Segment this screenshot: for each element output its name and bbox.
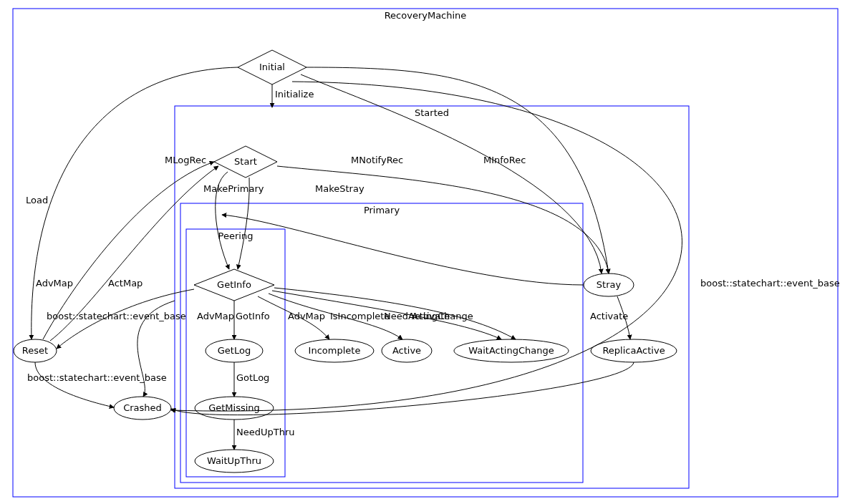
node-Active: Active bbox=[382, 339, 432, 362]
edge-label-MLogRec: MLogRec bbox=[165, 155, 206, 165]
node-label-Stray: Stray bbox=[597, 279, 622, 290]
cluster-recovery: RecoveryMachine bbox=[13, 9, 838, 497]
edges-group bbox=[32, 67, 682, 450]
node-ReplicaActive: ReplicaActive bbox=[591, 339, 677, 362]
edge-label-AdvMap2: AdvMap bbox=[197, 311, 234, 321]
statechart-diagram: RecoveryMachine Started Primary Peering … bbox=[0, 0, 850, 504]
edge-label-eb2: boost::statechart::event_base bbox=[27, 372, 167, 383]
node-GetMissing: GetMissing bbox=[195, 397, 274, 420]
e-reset-crashed bbox=[35, 362, 114, 407]
node-label-GetMissing: GetMissing bbox=[208, 402, 260, 413]
edge-label-Activate2: Activate bbox=[590, 311, 628, 321]
edge-label-AdvMap1: AdvMap bbox=[36, 278, 73, 289]
cluster-peering-label: Peering bbox=[218, 231, 253, 241]
node-Initial: Initial bbox=[238, 50, 306, 84]
edge-label-eb3: boost::statechart::event_base bbox=[700, 278, 840, 289]
nodes-group: InitialStartGetInfoGetLogGetMissingWaitU… bbox=[14, 50, 677, 472]
cluster-primary-label: Primary bbox=[364, 205, 400, 215]
node-Crashed: Crashed bbox=[114, 397, 171, 420]
node-Reset: Reset bbox=[14, 339, 57, 362]
node-label-Initial: Initial bbox=[259, 62, 285, 72]
cluster-rect bbox=[180, 203, 583, 483]
edge-label-GotInfo: GotInfo bbox=[236, 311, 270, 321]
node-GetLog: GetLog bbox=[206, 339, 263, 362]
edge-label-NeedUpThru: NeedUpThru bbox=[236, 427, 295, 437]
e-initial-stray-2 bbox=[301, 74, 602, 273]
node-Stray: Stray bbox=[584, 273, 634, 296]
e-stray-primary bbox=[222, 215, 584, 285]
e-start-stray bbox=[277, 166, 609, 273]
cluster-started-label: Started bbox=[415, 107, 449, 118]
edge-label-Load: Load bbox=[26, 195, 48, 205]
edge-label-AdvMap3: AdvMap bbox=[288, 311, 325, 321]
node-label-Reset: Reset bbox=[22, 345, 48, 356]
edge-label-MNotifyRec: MNotifyRec bbox=[351, 155, 403, 165]
cluster-primary: Primary bbox=[180, 203, 583, 483]
edge-label-Activate1: Activate bbox=[412, 311, 450, 321]
edge-label-eb1: boost::statechart::event_base bbox=[47, 311, 186, 321]
node-label-ReplicaActive: ReplicaActive bbox=[602, 345, 665, 356]
node-label-Active: Active bbox=[392, 345, 421, 356]
node-GetInfo: GetInfo bbox=[194, 269, 274, 301]
node-Start: Start bbox=[214, 146, 277, 178]
e-initial-stray-1 bbox=[306, 67, 609, 273]
edge-label-IsIncomplete: IsIncomplete bbox=[330, 311, 390, 321]
edge-label-Initialize: Initialize bbox=[275, 89, 314, 100]
node-label-Start: Start bbox=[234, 156, 257, 167]
edge-label-ActMap: ActMap bbox=[108, 278, 143, 289]
edge-label-MakeStray: MakeStray bbox=[315, 183, 364, 194]
edge-labels-group: InitializeMLogRecMNotifyRecMInfoRecLoadM… bbox=[26, 89, 840, 437]
cluster-recovery-label: RecoveryMachine bbox=[385, 10, 467, 21]
node-Incomplete: Incomplete bbox=[295, 339, 374, 362]
node-label-Incomplete: Incomplete bbox=[309, 345, 361, 356]
node-label-GetLog: GetLog bbox=[218, 345, 251, 356]
node-WaitActingChange: WaitActingChange bbox=[454, 339, 569, 362]
cluster-rect bbox=[13, 9, 838, 497]
edge-label-MInfoRec: MInfoRec bbox=[483, 155, 526, 165]
node-label-WaitActingChange: WaitActingChange bbox=[468, 345, 554, 356]
node-label-WaitUpThru: WaitUpThru bbox=[207, 455, 261, 466]
node-label-GetInfo: GetInfo bbox=[217, 279, 251, 290]
edge-label-GotLog: GotLog bbox=[236, 372, 269, 383]
edge-label-MakePrimary: MakePrimary bbox=[203, 183, 264, 194]
node-label-Crashed: Crashed bbox=[123, 402, 162, 413]
node-WaitUpThru: WaitUpThru bbox=[195, 450, 274, 472]
e-initial-crashed bbox=[171, 82, 682, 411]
